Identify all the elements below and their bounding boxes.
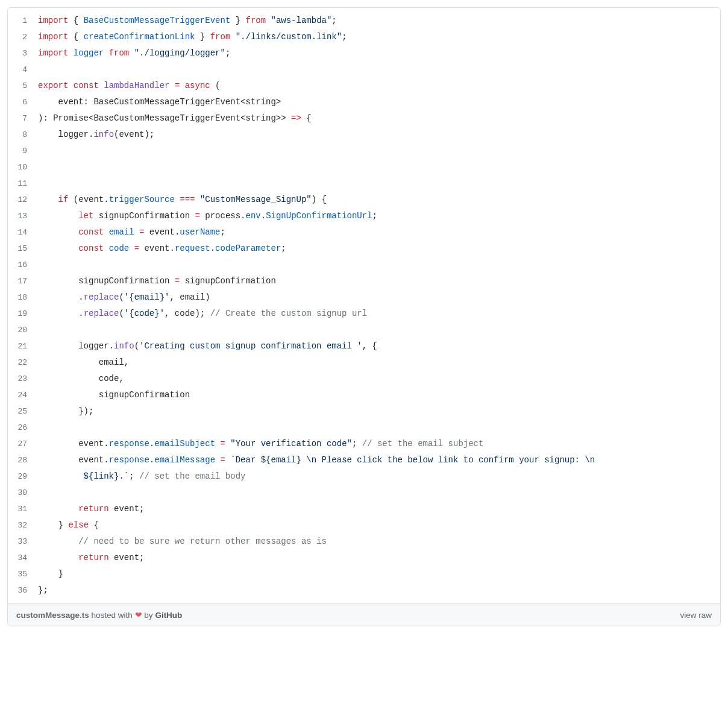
code-line: ): Promise<BaseCustomMessageTriggerEvent… xyxy=(38,110,713,127)
code-line xyxy=(38,420,713,436)
code-line: // need to be sure we return other messa… xyxy=(38,533,713,550)
line-number[interactable]: 24 xyxy=(8,387,36,403)
line-number[interactable]: 19 xyxy=(8,306,36,322)
line-number[interactable]: 15 xyxy=(8,241,36,257)
line-number[interactable]: 5 xyxy=(8,78,36,94)
line-number[interactable]: 14 xyxy=(8,224,36,241)
code-line xyxy=(38,485,713,501)
line-number[interactable]: 33 xyxy=(8,533,36,550)
code-line xyxy=(38,257,713,273)
by-text: by xyxy=(144,611,155,620)
code-line: let signupConfirmation = process.env.Sig… xyxy=(38,208,713,224)
code-line: .replace('{email}', email) xyxy=(38,289,713,306)
code-line: export const lambdaHandler = async ( xyxy=(38,78,713,94)
line-number[interactable]: 7 xyxy=(8,110,36,127)
line-number[interactable]: 12 xyxy=(8,192,36,208)
line-number[interactable]: 4 xyxy=(8,61,36,78)
code-line xyxy=(38,143,713,159)
line-number[interactable]: 31 xyxy=(8,501,36,517)
line-number[interactable]: 26 xyxy=(8,420,36,436)
code-line: event.response.emailSubject = "Your veri… xyxy=(38,436,713,452)
line-number[interactable]: 18 xyxy=(8,289,36,306)
code-line xyxy=(38,61,713,78)
line-number[interactable]: 32 xyxy=(8,517,36,533)
code-line: logger.info(event); xyxy=(38,127,713,143)
heart-icon: ❤ xyxy=(135,611,142,620)
code-line: }); xyxy=(38,403,713,420)
line-number[interactable]: 11 xyxy=(8,175,36,192)
code-line: event: BaseCustomMessageTriggerEvent<str… xyxy=(38,94,713,110)
line-number[interactable]: 25 xyxy=(8,403,36,420)
code-line: const code = event.request.codeParameter… xyxy=(38,241,713,257)
code-line: }; xyxy=(38,582,713,599)
line-number[interactable]: 21 xyxy=(8,338,36,354)
line-number[interactable]: 2 xyxy=(8,29,36,45)
line-number[interactable]: 20 xyxy=(8,322,36,338)
code-line: return event; xyxy=(38,501,713,517)
line-number[interactable]: 29 xyxy=(8,468,36,485)
code-line: signupConfirmation = signupConfirmation xyxy=(38,273,713,289)
line-number[interactable]: 34 xyxy=(8,550,36,566)
line-number-gutter: 1234567891011121314151617181920212223242… xyxy=(8,8,36,603)
code-line: if (event.triggerSource === "CustomMessa… xyxy=(38,192,713,208)
line-number[interactable]: 36 xyxy=(8,582,36,599)
code-line: email, xyxy=(38,354,713,371)
code-line: event.response.emailMessage = `Dear ${em… xyxy=(38,452,713,468)
line-number[interactable]: 6 xyxy=(8,94,36,110)
line-number[interactable]: 28 xyxy=(8,452,36,468)
code-line: ${link}.`; // set the email body xyxy=(38,468,713,485)
gist-container: 1234567891011121314151617181920212223242… xyxy=(7,7,721,626)
line-number[interactable]: 22 xyxy=(8,354,36,371)
line-number[interactable]: 23 xyxy=(8,371,36,387)
code-line: return event; xyxy=(38,550,713,566)
code-line: } xyxy=(38,566,713,582)
code-line: } else { xyxy=(38,517,713,533)
view-raw-link[interactable]: view raw xyxy=(680,611,712,620)
filename-link[interactable]: customMessage.ts xyxy=(16,611,89,620)
code-line xyxy=(38,175,713,192)
line-number[interactable]: 27 xyxy=(8,436,36,452)
github-link[interactable]: GitHub xyxy=(155,611,182,620)
line-number[interactable]: 35 xyxy=(8,566,36,582)
line-number[interactable]: 10 xyxy=(8,159,36,175)
line-number[interactable]: 13 xyxy=(8,208,36,224)
hosted-text: hosted with xyxy=(89,611,135,620)
code-line: const email = event.userName; xyxy=(38,224,713,241)
line-number[interactable]: 8 xyxy=(8,127,36,143)
code-area: 1234567891011121314151617181920212223242… xyxy=(8,8,720,603)
line-number[interactable]: 16 xyxy=(8,257,36,273)
line-number[interactable]: 9 xyxy=(8,143,36,159)
footer-left: customMessage.ts hosted with ❤ by GitHub xyxy=(16,610,182,620)
line-number[interactable]: 30 xyxy=(8,485,36,501)
code-line: code, xyxy=(38,371,713,387)
code-line: signupConfirmation xyxy=(38,387,713,403)
code-line: import { BaseCustomMessageTriggerEvent }… xyxy=(38,13,713,29)
code-line: import logger from "./logging/logger"; xyxy=(38,45,713,61)
line-number[interactable]: 17 xyxy=(8,273,36,289)
code-line: logger.info('Creating custom signup conf… xyxy=(38,338,713,354)
line-number[interactable]: 3 xyxy=(8,45,36,61)
code-content[interactable]: import { BaseCustomMessageTriggerEvent }… xyxy=(36,8,720,603)
code-line: import { createConfirmationLink } from "… xyxy=(38,29,713,45)
code-line: .replace('{code}', code); // Create the … xyxy=(38,306,713,322)
gist-footer: customMessage.ts hosted with ❤ by GitHub… xyxy=(8,603,720,626)
code-line xyxy=(38,159,713,175)
line-number[interactable]: 1 xyxy=(8,13,36,29)
code-line xyxy=(38,322,713,338)
